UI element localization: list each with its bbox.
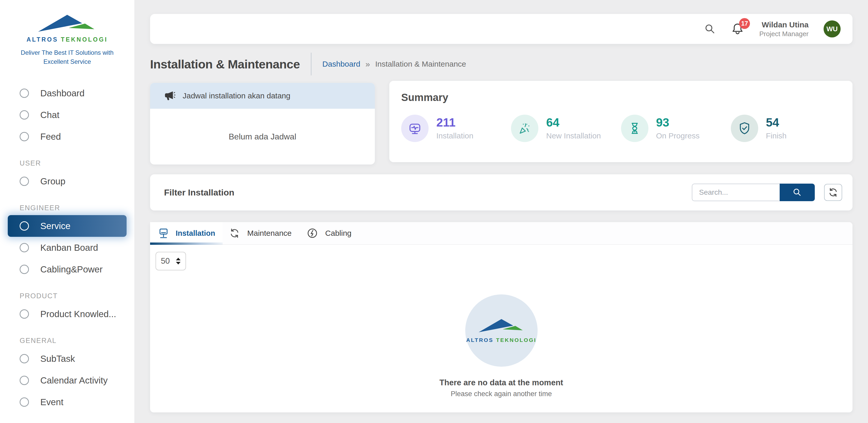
stat-texts: 211 Installation <box>436 117 473 140</box>
sidebar-item-label: Group <box>40 176 65 187</box>
stat-value: 64 <box>546 117 601 128</box>
tab-label: Cabling <box>325 229 351 237</box>
brand-name-secondary: TEKNOLOGI <box>496 337 536 343</box>
radio-icon <box>20 89 29 98</box>
upcoming-installation-title: Jadwal installation akan datang <box>183 91 290 100</box>
select-carets-icon <box>176 258 181 264</box>
tab-installation[interactable]: Installation <box>150 222 223 244</box>
summary-stats: 211 Installation 64 New Installation <box>401 115 841 142</box>
brand-name-primary: ALTROS <box>466 337 493 343</box>
radio-icon <box>20 110 29 120</box>
user-info[interactable]: Wildan Utina Project Manager <box>759 20 809 38</box>
radio-icon <box>20 376 29 385</box>
brand-name-secondary: TEKNOLOGI <box>61 36 108 43</box>
sidebar-item-calendar-activity[interactable]: Calendar Activity <box>8 369 127 391</box>
active-tab-underline <box>150 242 223 245</box>
radio-icon <box>20 243 29 252</box>
upcoming-installation-header: Jadwal installation akan datang <box>150 83 375 109</box>
search-button[interactable] <box>704 23 716 35</box>
sidebar-item-label: Product Knowled... <box>40 309 116 319</box>
sidebar-section-product: PRODUCT <box>8 292 127 300</box>
radio-icon <box>20 354 29 363</box>
filter-controls <box>692 184 842 201</box>
breadcrumb-dashboard-link[interactable]: Dashboard <box>322 60 361 68</box>
breadcrumb-current: Installation & Maintenance <box>375 60 466 68</box>
summary-title: Summary <box>401 92 841 103</box>
sidebar-nav: Dashboard Chat Feed USER Group ENGINEER … <box>0 83 134 413</box>
tab-maintenance[interactable]: Maintenance <box>229 222 292 244</box>
notifications-button[interactable]: 17 <box>731 22 744 36</box>
breadcrumb-separator: » <box>366 59 370 69</box>
sidebar-section-general: GENERAL <box>8 337 127 345</box>
breadcrumb: Dashboard » Installation & Maintenance <box>322 59 466 69</box>
sidebar-section-engineer: ENGINEER <box>8 204 127 212</box>
search-input[interactable] <box>692 184 780 201</box>
sidebar-item-subtask[interactable]: SubTask <box>8 348 127 369</box>
search-submit-button[interactable] <box>780 184 815 201</box>
page-title: Installation & Maintenance <box>150 57 300 71</box>
megaphone-icon <box>164 90 176 101</box>
page-title-row: Installation & Maintenance Dashboard » I… <box>150 52 466 76</box>
sidebar-item-label: Calendar Activity <box>40 375 108 386</box>
brand-name-primary: ALTROS <box>27 36 58 43</box>
shield-check-icon <box>731 115 758 142</box>
stat-label: On Progress <box>656 131 700 140</box>
service-list-card: Installation Maintenance Cabling 50 <box>150 222 852 413</box>
tab-bar: Installation Maintenance Cabling <box>150 222 852 245</box>
radio-icon <box>20 221 29 231</box>
app-root: { "brand": { "name_primary": "ALTROS", "… <box>0 0 868 423</box>
tab-label: Maintenance <box>247 229 292 237</box>
empty-state-title: There are no data at the moment <box>439 378 563 387</box>
sidebar-item-service[interactable]: Service <box>8 215 127 237</box>
refresh-icon <box>229 228 240 239</box>
sidebar-item-label: SubTask <box>40 354 75 364</box>
stat-texts: 64 New Installation <box>546 117 601 140</box>
radio-icon <box>20 265 29 274</box>
brand-logo: ALTROSTEKNOLOGI <box>0 13 134 43</box>
stat-texts: 54 Finish <box>766 117 786 140</box>
refresh-icon <box>828 187 838 198</box>
sidebar-item-product-knowledge[interactable]: Product Knowled... <box>8 303 127 325</box>
sidebar-item-cabling-power[interactable]: Cabling&Power <box>8 259 127 280</box>
sidebar-item-label: Kanban Board <box>40 242 98 253</box>
refresh-button[interactable] <box>824 184 842 201</box>
stat-value: 211 <box>436 117 473 128</box>
notification-count-badge: 17 <box>739 18 750 29</box>
stat-on-progress: 93 On Progress <box>621 115 731 142</box>
sidebar-item-label: Service <box>40 221 70 231</box>
brand-logo-icon <box>478 318 525 333</box>
stat-installation: 211 Installation <box>401 115 511 142</box>
sidebar-item-chat[interactable]: Chat <box>8 104 127 126</box>
page-size-select[interactable]: 50 <box>156 252 186 270</box>
sidebar-section-user: USER <box>8 159 127 167</box>
sidebar-item-feed[interactable]: Feed <box>8 126 127 148</box>
upcoming-installation-empty: Belum ada Jadwal <box>150 109 375 164</box>
stat-label: Installation <box>436 131 473 140</box>
radio-icon <box>20 310 29 319</box>
top-header-bar: 17 Wildan Utina Project Manager WU <box>150 14 852 44</box>
stat-label: Finish <box>766 131 786 140</box>
tab-cabling[interactable]: Cabling <box>307 222 351 244</box>
sidebar-item-dashboard[interactable]: Dashboard <box>8 83 127 104</box>
sidebar-item-group[interactable]: Group <box>8 170 127 192</box>
tab-label: Installation <box>176 229 215 237</box>
filter-title: Filter Installation <box>164 188 234 198</box>
stat-finish: 54 Finish <box>731 115 841 142</box>
brand-logo-icon <box>37 13 97 33</box>
stat-value: 93 <box>656 117 700 128</box>
user-name: Wildan Utina <box>759 20 809 30</box>
sidebar-item-label: Cabling&Power <box>40 264 102 274</box>
sidebar-item-event[interactable]: Event <box>8 391 127 413</box>
page-size-value: 50 <box>161 256 170 266</box>
search-group <box>692 184 815 201</box>
filter-card: Filter Installation <box>150 174 852 210</box>
brand-wordmark: ALTROSTEKNOLOGI <box>27 36 108 43</box>
radio-icon <box>20 132 29 141</box>
empty-state-subtitle: Please check again another time <box>451 390 552 398</box>
sidebar-item-label: Feed <box>40 131 61 142</box>
hourglass-icon <box>621 115 648 142</box>
user-role: Project Manager <box>759 30 809 38</box>
stat-new-installation: 64 New Installation <box>511 115 621 142</box>
sidebar-item-kanban-board[interactable]: Kanban Board <box>8 237 127 259</box>
avatar[interactable]: WU <box>824 21 841 37</box>
